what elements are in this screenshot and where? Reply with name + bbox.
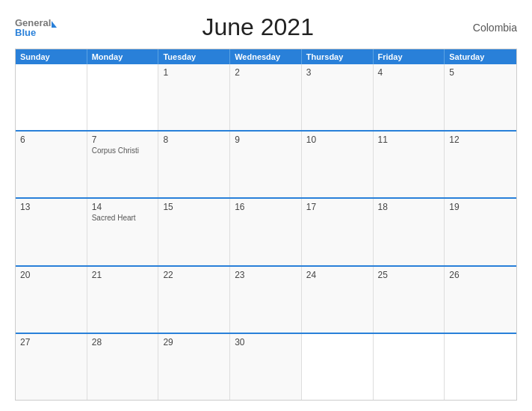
day-number: 10 (306, 135, 368, 145)
header-sunday: Sunday (16, 49, 87, 64)
cell-w5-mon: 28 (87, 334, 159, 400)
day-number: 17 (306, 202, 368, 212)
day-number: 28 (92, 337, 154, 347)
cell-w2-wed: 9 (230, 132, 302, 197)
week-3: 13 14 Sacred Heart 15 16 17 18 19 (16, 197, 516, 265)
event-corpus-christi: Corpus Christi (92, 146, 154, 155)
day-number: 1 (163, 67, 225, 78)
header: General Blue June 2021 Colombia (15, 13, 517, 41)
cell-w5-tue: 29 (158, 334, 230, 400)
day-number: 3 (306, 67, 368, 78)
cell-w2-sat: 12 (445, 132, 516, 197)
logo-triangle-icon (52, 21, 57, 28)
cell-w5-fri (374, 334, 445, 400)
day-number: 20 (20, 270, 82, 280)
header-tuesday: Tuesday (158, 49, 230, 64)
cell-w3-fri: 18 (374, 199, 445, 265)
page: General Blue June 2021 Colombia Sunday M… (0, 0, 532, 411)
day-number: 16 (235, 202, 297, 212)
cell-w1-wed: 2 (230, 64, 302, 130)
cell-w2-fri: 11 (374, 132, 445, 197)
cell-w3-thu: 17 (302, 199, 374, 265)
day-number: 18 (378, 202, 440, 212)
cell-w3-wed: 16 (230, 199, 302, 265)
cell-w2-sun: 6 (16, 132, 87, 197)
logo-icon: General Blue (15, 18, 57, 37)
week-1: 1 2 3 4 5 (16, 64, 516, 130)
cell-w1-sat: 5 (445, 64, 516, 130)
calendar-body: 1 2 3 4 5 6 7 Corpus Christi 8 9 10 11 1… (16, 64, 516, 400)
header-thursday: Thursday (302, 49, 374, 64)
week-5: 27 28 29 30 (16, 333, 516, 400)
cell-w3-mon: 14 Sacred Heart (87, 199, 159, 265)
cell-w3-tue: 15 (158, 199, 230, 265)
cell-w5-sat (445, 334, 516, 400)
cell-w4-mon: 21 (87, 267, 159, 333)
day-number: 26 (449, 270, 512, 280)
day-number: 24 (306, 270, 368, 280)
country-label: Colombia (457, 22, 517, 34)
cell-w5-sun: 27 (16, 334, 87, 400)
logo-blue-text: Blue (15, 28, 36, 37)
day-number: 23 (235, 270, 297, 280)
calendar-header: Sunday Monday Tuesday Wednesday Thursday… (16, 49, 516, 64)
cell-w4-thu: 24 (302, 267, 374, 333)
calendar-title: June 2021 (58, 13, 457, 41)
cell-w5-wed: 30 (230, 334, 302, 400)
cell-w3-sun: 13 (16, 199, 87, 265)
cell-w4-sun: 20 (16, 267, 87, 333)
cell-w1-fri: 4 (374, 64, 445, 130)
day-number: 25 (378, 270, 440, 280)
day-number: 5 (449, 67, 512, 78)
day-number: 29 (163, 337, 225, 347)
day-number: 8 (163, 135, 225, 145)
cell-w2-mon: 7 Corpus Christi (87, 132, 159, 197)
cell-w4-wed: 23 (230, 267, 302, 333)
day-number: 9 (235, 135, 297, 145)
cell-w1-sun (16, 64, 87, 130)
event-sacred-heart: Sacred Heart (92, 214, 154, 222)
header-saturday: Saturday (445, 49, 516, 64)
day-number: 21 (92, 270, 154, 280)
cell-w3-sat: 19 (445, 199, 516, 265)
day-number: 15 (163, 202, 225, 212)
cell-w1-mon (87, 64, 159, 130)
day-number: 4 (378, 67, 440, 78)
day-number: 22 (163, 270, 225, 280)
day-number: 12 (449, 135, 512, 145)
week-4: 20 21 22 23 24 25 26 (16, 265, 516, 333)
day-number: 6 (20, 135, 82, 145)
cell-w2-tue: 8 (158, 132, 230, 197)
day-number: 19 (449, 202, 512, 212)
cell-w4-tue: 22 (158, 267, 230, 333)
cell-w1-thu: 3 (302, 64, 374, 130)
logo: General Blue (15, 18, 58, 37)
day-number: 30 (235, 337, 297, 347)
cell-w5-thu (302, 334, 374, 400)
day-number: 7 (92, 135, 154, 145)
day-number: 27 (20, 337, 82, 347)
day-number: 2 (235, 67, 297, 78)
day-number: 14 (92, 202, 154, 212)
day-number: 11 (378, 135, 440, 145)
cell-w1-tue: 1 (158, 64, 230, 130)
day-number: 13 (20, 202, 82, 212)
header-friday: Friday (374, 49, 445, 64)
logo-general-text: General (15, 18, 51, 28)
calendar: Sunday Monday Tuesday Wednesday Thursday… (15, 49, 517, 401)
week-2: 6 7 Corpus Christi 8 9 10 11 12 (16, 130, 516, 197)
cell-w4-fri: 25 (374, 267, 445, 333)
header-monday: Monday (87, 49, 159, 64)
cell-w2-thu: 10 (302, 132, 374, 197)
cell-w4-sat: 26 (445, 267, 516, 333)
header-wednesday: Wednesday (230, 49, 302, 64)
